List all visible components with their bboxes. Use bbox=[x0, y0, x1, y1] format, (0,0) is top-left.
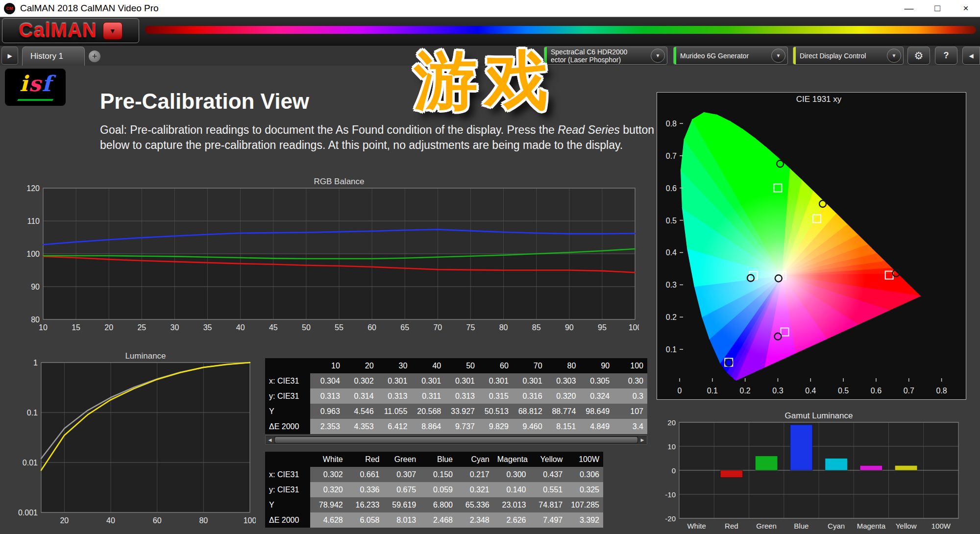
luminance-chart: 2040608010010.10.010.001Luminance bbox=[13, 351, 256, 533]
table-cell: 6.800 bbox=[420, 497, 457, 512]
svg-text:75: 75 bbox=[466, 323, 475, 332]
svg-text:Gamut Luminance: Gamut Luminance bbox=[785, 411, 853, 420]
svg-text:60: 60 bbox=[368, 323, 376, 332]
add-tab-button[interactable]: + bbox=[89, 50, 100, 62]
svg-text:45: 45 bbox=[269, 323, 278, 332]
svg-text:0: 0 bbox=[678, 387, 682, 395]
svg-text:65: 65 bbox=[400, 323, 409, 332]
calman-menu[interactable]: CalMAN ▼ bbox=[2, 18, 139, 43]
table-cell: 0.301 bbox=[513, 373, 546, 388]
table-horizontal-scrollbar[interactable]: ◀ ▶ bbox=[265, 436, 647, 444]
svg-text:Cyan: Cyan bbox=[828, 522, 845, 530]
table-cell: 0.320 bbox=[546, 388, 580, 404]
column-header: 100W bbox=[566, 452, 603, 467]
gear-icon: ⚙ bbox=[914, 50, 924, 62]
table-cell: 6.412 bbox=[378, 419, 412, 434]
column-header: 100 bbox=[613, 358, 647, 373]
generator-selector[interactable]: Murideo 6G Generator ▼ bbox=[673, 47, 788, 65]
tab-history-1[interactable]: History 1 bbox=[22, 47, 85, 66]
svg-text:Green: Green bbox=[756, 522, 777, 530]
table-cell: 0.300 bbox=[493, 467, 530, 482]
titlebar: CM CalMAN 2018 CalMAN Video Pro — □ × bbox=[0, 0, 980, 17]
maximize-button[interactable]: □ bbox=[923, 0, 952, 17]
svg-text:Magenta: Magenta bbox=[857, 522, 886, 530]
nav-forward-button[interactable]: ▶ bbox=[1, 47, 18, 65]
scroll-right-icon[interactable]: ▶ bbox=[638, 437, 647, 443]
page-title: Pre-Calibration View bbox=[100, 89, 309, 114]
help-button[interactable]: ? bbox=[935, 47, 957, 65]
table-cell: 0.313 bbox=[445, 388, 479, 404]
table-cell: 4.628 bbox=[310, 512, 347, 528]
svg-text:CIE 1931 xy: CIE 1931 xy bbox=[796, 95, 842, 104]
cie-panel: 0.10.20.30.40.50.60.70.800.10.20.30.40.5… bbox=[657, 92, 966, 400]
table-cell: 0.303 bbox=[546, 373, 580, 388]
table-cell: 8.151 bbox=[546, 419, 580, 434]
calman-menu-button[interactable]: ▼ bbox=[103, 22, 122, 40]
minimize-button[interactable]: — bbox=[895, 0, 923, 17]
table-cell: 8.864 bbox=[411, 419, 445, 434]
svg-text:25: 25 bbox=[137, 323, 146, 332]
svg-text:0.1: 0.1 bbox=[666, 345, 677, 354]
chevron-down-icon[interactable]: ▼ bbox=[887, 49, 901, 63]
close-button[interactable]: × bbox=[952, 0, 980, 17]
table-cell: 98.649 bbox=[580, 404, 613, 419]
table-row: Y78.94216.23359.6196.80065.33623.01374.8… bbox=[265, 497, 603, 512]
svg-text:0.3: 0.3 bbox=[666, 281, 677, 289]
display-control-selector[interactable]: Direct Display Control ▼ bbox=[793, 47, 904, 65]
panel-collapse-button[interactable]: ◀ bbox=[962, 47, 980, 65]
svg-text:0.5: 0.5 bbox=[666, 217, 677, 225]
calman-logo-text: CalMAN bbox=[19, 20, 97, 42]
table-cell: 0.321 bbox=[457, 482, 493, 497]
svg-text:0.2: 0.2 bbox=[666, 313, 677, 321]
table-row: Y0.9634.54611.05520.56833.92750.51368.81… bbox=[265, 404, 647, 419]
table-cell: 68.812 bbox=[513, 404, 546, 419]
goal-line-2: below to capture the pre-calibration rea… bbox=[100, 138, 654, 153]
goal-text: Goal: Pre-calibration readings to docume… bbox=[100, 122, 654, 153]
svg-text:0.7: 0.7 bbox=[666, 152, 677, 160]
scrollbar-thumb[interactable] bbox=[275, 437, 637, 443]
app-icon: CM bbox=[4, 3, 15, 14]
device-label-line1: SpectraCal C6 HDR2000 bbox=[551, 48, 651, 56]
window-controls: — □ × bbox=[895, 0, 980, 17]
device-label-line2: ector (Laser Phosphor) bbox=[551, 56, 651, 64]
svg-text:0.6: 0.6 bbox=[871, 387, 882, 395]
scroll-left-icon[interactable]: ◀ bbox=[266, 437, 274, 443]
svg-text:85: 85 bbox=[532, 323, 541, 332]
svg-text:10: 10 bbox=[667, 442, 676, 451]
svg-text:70: 70 bbox=[433, 323, 442, 332]
svg-text:90: 90 bbox=[31, 283, 40, 291]
svg-text:20: 20 bbox=[104, 323, 113, 332]
table-cell: 74.817 bbox=[530, 497, 567, 512]
table-row: ΔE 20002.3534.3536.4128.8649.7379.8299.4… bbox=[265, 419, 647, 434]
chevron-down-icon[interactable]: ▼ bbox=[771, 49, 785, 63]
table-cell: 2.468 bbox=[420, 512, 457, 528]
column-header: 40 bbox=[411, 358, 445, 373]
svg-text:Luminance: Luminance bbox=[125, 351, 166, 361]
table-cell: 0.30 bbox=[613, 373, 647, 388]
svg-text:0.001: 0.001 bbox=[18, 509, 38, 517]
meter-selector[interactable]: SpectraCal C6 HDR2000 ector (Laser Phosp… bbox=[544, 47, 667, 65]
table-cell: 0.305 bbox=[580, 373, 613, 388]
table-cell: 0.304 bbox=[310, 373, 344, 388]
svg-text:15: 15 bbox=[72, 323, 80, 332]
chevron-down-icon[interactable]: ▼ bbox=[651, 49, 665, 63]
table-cell: 0.302 bbox=[344, 373, 378, 388]
device-label-line1: Murideo 6G Generator bbox=[680, 52, 771, 60]
tab-label: History 1 bbox=[30, 51, 63, 61]
table-cell: 2.626 bbox=[493, 512, 530, 528]
app-icon-text: CM bbox=[6, 6, 13, 11]
column-header: White bbox=[310, 452, 347, 467]
svg-text:0.1: 0.1 bbox=[707, 387, 718, 395]
svg-text:100W: 100W bbox=[931, 522, 951, 530]
table-cell: 0.315 bbox=[479, 388, 513, 404]
table-cell: 0.311 bbox=[411, 388, 445, 404]
column-header: Blue bbox=[420, 452, 457, 467]
column-header: Red bbox=[347, 452, 384, 467]
settings-button[interactable]: ⚙ bbox=[907, 47, 930, 65]
read-series-emphasis: Read Series bbox=[558, 123, 620, 136]
svg-text:100: 100 bbox=[629, 323, 639, 332]
column-header: 50 bbox=[445, 358, 479, 373]
table-cell: 0.150 bbox=[420, 467, 457, 482]
row-label: ΔE 2000 bbox=[265, 512, 310, 528]
window-title: CalMAN 2018 CalMAN Video Pro bbox=[20, 3, 159, 14]
